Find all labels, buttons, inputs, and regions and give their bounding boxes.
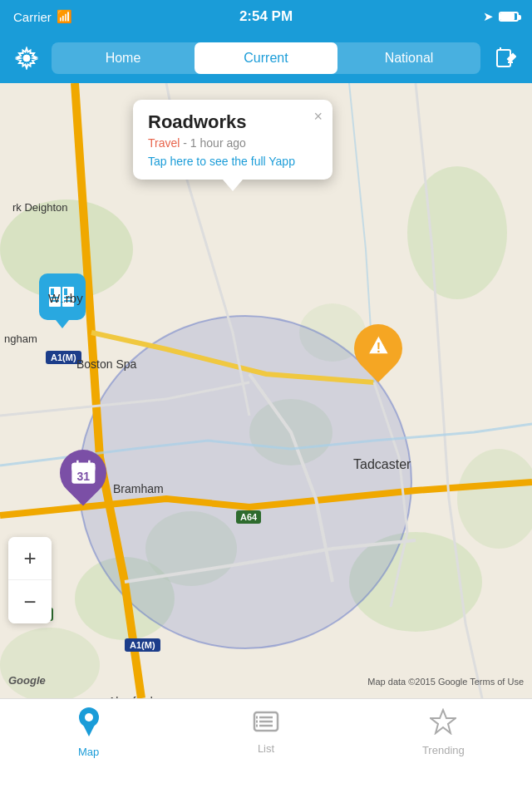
tab-home[interactable]: Home xyxy=(52,42,195,74)
edit-button[interactable] xyxy=(487,40,524,76)
warning-marker[interactable]: ! xyxy=(353,324,403,382)
city-kirby: rk Deighton xyxy=(12,201,67,214)
clock: 2:54 PM xyxy=(239,8,293,25)
map-pin-icon xyxy=(76,707,102,742)
star-icon xyxy=(430,708,456,741)
carrier-label: Carrier xyxy=(13,10,52,24)
list-icon xyxy=(253,710,279,739)
zoom-controls: + − xyxy=(8,537,52,623)
popup-subtitle: Travel - 1 hour ago xyxy=(148,136,299,150)
location-icon: ➤ xyxy=(483,9,494,24)
city-wetherby: W...rby xyxy=(48,291,83,305)
popup-link[interactable]: Tap here to see the full Yapp xyxy=(148,155,299,168)
tab-list-label: List xyxy=(258,742,274,755)
tab-map-label: Map xyxy=(78,746,99,758)
gear-button[interactable] xyxy=(8,40,45,76)
road-label-a64-1: A64 xyxy=(236,510,261,524)
map-area[interactable]: A1(M) A64 A64 A1(M) M1 rk Deighton W...r… xyxy=(0,83,532,698)
city-aberford: Aberford xyxy=(108,695,153,698)
battery-icon xyxy=(499,12,519,22)
status-bar: Carrier 📶 2:54 PM ➤ xyxy=(0,0,532,33)
svg-marker-33 xyxy=(82,723,96,736)
svg-text:!: ! xyxy=(376,341,380,355)
nav-bar: Home Current National xyxy=(0,33,532,83)
tab-trending-label: Trending xyxy=(422,744,465,756)
svg-text:31: 31 xyxy=(76,470,90,483)
calendar-marker[interactable]: 31 xyxy=(60,450,106,503)
svg-point-0 xyxy=(23,55,30,62)
tab-list[interactable]: List xyxy=(177,699,354,765)
tab-bar: Map List Trending xyxy=(0,698,532,765)
status-right: ➤ xyxy=(483,9,519,24)
svg-marker-41 xyxy=(431,710,456,733)
popup-title: Roadworks xyxy=(148,111,299,133)
nav-tabs: Home Current National xyxy=(52,42,480,74)
roadworks-popup[interactable]: × Roadworks Travel - 1 hour ago Tap here… xyxy=(133,100,332,180)
tab-map[interactable]: Map xyxy=(0,699,177,765)
map-credit: Map data ©2015 Google Terms of Use xyxy=(367,677,524,687)
city-bramham: Bramham xyxy=(113,482,164,495)
tab-trending[interactable]: Trending xyxy=(355,699,532,765)
city-tadcaster: Tadcaster xyxy=(353,457,411,472)
road-label-a1m-2: A1(M) xyxy=(125,638,160,652)
popup-time: - 1 hour ago xyxy=(183,136,246,150)
svg-point-6 xyxy=(407,166,507,299)
popup-category: Travel xyxy=(148,136,180,150)
google-logo: Google xyxy=(8,674,46,687)
tab-current[interactable]: Current xyxy=(195,42,337,74)
wifi-icon: 📶 xyxy=(57,9,72,24)
zoom-in-button[interactable]: + xyxy=(8,537,52,580)
popup-close-button[interactable]: × xyxy=(313,108,323,126)
svg-point-32 xyxy=(85,713,93,722)
status-left: Carrier 📶 xyxy=(13,9,72,24)
city-ngham: ngham xyxy=(4,332,37,345)
zoom-out-button[interactable]: − xyxy=(8,580,52,623)
city-boston-spa: Boston Spa xyxy=(76,357,136,371)
tab-national[interactable]: National xyxy=(337,42,480,74)
